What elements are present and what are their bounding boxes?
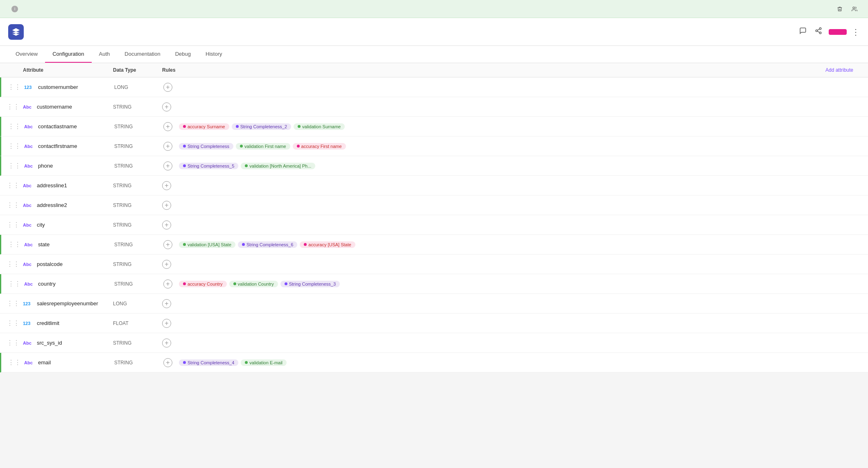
tab-debug[interactable]: Debug: [168, 46, 198, 63]
add-rule-button[interactable]: +: [162, 339, 171, 348]
rule-tag[interactable]: String Completeness_4: [179, 359, 238, 366]
rule-tag[interactable]: accuracy [USA] State: [300, 241, 355, 248]
data-type-cell: STRING: [113, 340, 162, 346]
rule-tag[interactable]: validation Country: [229, 281, 278, 287]
publish-icon: [852, 6, 857, 12]
tab-documentation[interactable]: Documentation: [117, 46, 167, 63]
attribute-cell: 123customernumber: [24, 84, 114, 90]
rule-tag[interactable]: String Completeness_2: [232, 123, 291, 130]
add-rule-button[interactable]: +: [163, 161, 172, 170]
tag-dot: [304, 243, 307, 246]
rules-cell: +validation [USA] StateString Completene…: [163, 238, 861, 252]
rule-tag[interactable]: String Completeness: [179, 143, 233, 150]
attribute-cell: 123salesrepemployeenumber: [23, 300, 113, 307]
data-type-cell: STRING: [114, 143, 163, 149]
rules-cell: +: [162, 100, 861, 114]
data-type-cell: STRING: [113, 202, 162, 208]
tag-label: String Completeness_5: [188, 164, 234, 168]
tag-label: validation First name: [244, 144, 286, 149]
tab-history[interactable]: History: [198, 46, 229, 63]
table-row: ⋮⋮123salesrepemployeenumberLONG+: [0, 294, 868, 314]
tab-overview[interactable]: Overview: [8, 46, 45, 63]
drag-handle[interactable]: ⋮⋮: [7, 339, 23, 347]
rule-tag[interactable]: validation First name: [236, 143, 290, 150]
table-header: Attribute Data Type Rules Add attribute: [0, 63, 868, 77]
attribute-name: addressline2: [37, 202, 67, 208]
type-icon: 123: [23, 321, 34, 326]
tag-label: accuracy [USA] State: [308, 242, 351, 247]
type-icon: Abc: [23, 203, 34, 208]
publish-button[interactable]: [852, 6, 860, 12]
share-button[interactable]: [813, 25, 824, 38]
table-row: ⋮⋮AbccustomernameSTRING+: [0, 97, 868, 117]
drag-handle[interactable]: ⋮⋮: [8, 241, 24, 248]
add-rule-button[interactable]: +: [162, 102, 171, 111]
rule-tag[interactable]: String Completeness_6: [238, 241, 297, 248]
rule-tag[interactable]: validation [USA] State: [179, 241, 235, 248]
rule-tag[interactable]: accuracy Surname: [179, 123, 229, 130]
comment-button[interactable]: [798, 25, 808, 38]
add-rule-button[interactable]: +: [162, 299, 171, 308]
add-rule-button[interactable]: +: [163, 142, 172, 151]
add-rule-button[interactable]: +: [163, 358, 172, 367]
attribute-name: contactlastname: [38, 123, 77, 129]
page-header: ⋮: [0, 18, 868, 46]
drag-handle[interactable]: ⋮⋮: [8, 83, 24, 91]
rules-cell: +accuracy Countryvalidation CountryStrin…: [163, 277, 861, 291]
svg-point-3: [819, 32, 821, 34]
drag-handle[interactable]: ⋮⋮: [7, 221, 23, 229]
attribute-name: phone: [38, 163, 53, 169]
attribute-cell: Abccustomername: [23, 104, 113, 110]
add-rule-button[interactable]: +: [162, 220, 171, 229]
more-options-button[interactable]: ⋮: [852, 27, 860, 37]
attribute-cell: Abcemail: [24, 359, 114, 366]
type-icon: Abc: [23, 262, 34, 267]
add-attribute-button[interactable]: Add attribute: [825, 67, 853, 73]
attribute-cell: Abcpostalcode: [23, 261, 113, 267]
discard-button[interactable]: [837, 6, 845, 12]
add-rule-button[interactable]: +: [163, 240, 172, 249]
drag-handle[interactable]: ⋮⋮: [7, 103, 23, 111]
rule-tag[interactable]: validation [North America] Ph...: [241, 163, 315, 169]
drag-handle[interactable]: ⋮⋮: [8, 280, 24, 288]
rule-tag[interactable]: String Completeness_5: [179, 163, 238, 169]
tag-label: String Completeness_3: [289, 282, 336, 286]
tag-label: validation Country: [238, 282, 274, 286]
add-rule-button[interactable]: +: [162, 260, 171, 269]
add-rule-button[interactable]: +: [162, 319, 171, 328]
rule-tag[interactable]: accuracy First name: [293, 143, 346, 150]
drag-handle[interactable]: ⋮⋮: [7, 300, 23, 307]
rules-cell: +: [162, 336, 861, 350]
table-row: ⋮⋮AbcpostalcodeSTRING+: [0, 254, 868, 274]
drag-handle[interactable]: ⋮⋮: [8, 359, 24, 366]
data-type-cell: FLOAT: [113, 320, 162, 326]
add-rule-button[interactable]: +: [163, 279, 172, 289]
rule-tag[interactable]: String Completeness_3: [280, 281, 340, 287]
svg-point-1: [819, 28, 821, 30]
drag-handle[interactable]: ⋮⋮: [7, 182, 23, 189]
attribute-cell: Abcaddressline1: [23, 182, 113, 189]
tag-label: String Completeness_2: [240, 124, 287, 129]
table-row: ⋮⋮AbccontactlastnameSTRING+accuracy Surn…: [0, 117, 868, 136]
drag-handle[interactable]: ⋮⋮: [7, 201, 23, 209]
add-rule-button[interactable]: +: [162, 201, 171, 210]
tab-configuration[interactable]: Configuration: [45, 46, 91, 63]
add-rule-button[interactable]: +: [162, 181, 171, 190]
drag-handle[interactable]: ⋮⋮: [8, 123, 24, 130]
rule-tag[interactable]: accuracy Country: [179, 281, 227, 287]
col-drag: [7, 67, 23, 73]
rule-tag[interactable]: validation Surname: [294, 123, 345, 130]
rule-tag[interactable]: validation E-mail: [241, 359, 287, 366]
svg-point-0: [853, 7, 855, 9]
add-rule-button[interactable]: +: [163, 122, 172, 131]
drag-handle[interactable]: ⋮⋮: [7, 319, 23, 327]
add-rule-button[interactable]: +: [163, 83, 172, 92]
drag-handle[interactable]: ⋮⋮: [8, 142, 24, 150]
table-row: ⋮⋮Abcsrc_sys_idSTRING+: [0, 333, 868, 353]
type-icon: Abc: [24, 360, 36, 365]
page-header-right: ⋮: [798, 25, 860, 38]
drag-handle[interactable]: ⋮⋮: [7, 260, 23, 268]
drag-handle[interactable]: ⋮⋮: [8, 162, 24, 170]
edit-button[interactable]: [829, 29, 847, 35]
tab-auth[interactable]: Auth: [92, 46, 118, 63]
